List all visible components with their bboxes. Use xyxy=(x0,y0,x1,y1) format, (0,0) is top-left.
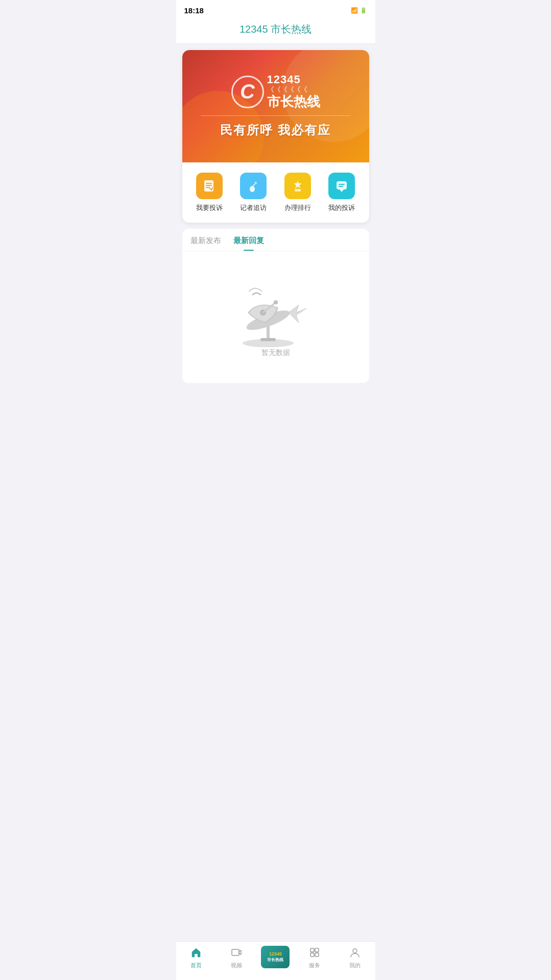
action-my-complaint[interactable]: 我的投诉 xyxy=(328,173,355,212)
svg-rect-21 xyxy=(310,948,314,952)
nav-video-label: 视频 xyxy=(231,962,242,969)
action-my-complaint-label: 我的投诉 xyxy=(328,203,355,212)
action-complaint[interactable]: 我要投诉 xyxy=(196,173,223,212)
battery-icon: 🔋 xyxy=(360,7,367,14)
nav-service[interactable]: 服务 xyxy=(299,947,330,969)
svg-rect-23 xyxy=(310,953,314,957)
svg-rect-24 xyxy=(315,953,319,957)
logo-arrows: 《《《《《《 xyxy=(267,85,320,94)
tab-latest-reply[interactable]: 最新回复 xyxy=(233,236,264,251)
action-ranking-label: 办理排行 xyxy=(284,203,311,212)
main-content: 12345 《《《《《《 市长热线 民有所呼 我必有应 xyxy=(176,44,375,424)
status-bar: 18:18 📶 🔋 xyxy=(176,0,375,18)
center-logo-number: 12345 xyxy=(267,951,283,958)
nav-service-label: 服务 xyxy=(309,962,320,969)
svg-rect-7 xyxy=(295,189,301,192)
mine-icon xyxy=(349,947,361,960)
wifi-icon: 📶 xyxy=(351,7,358,14)
video-icon xyxy=(231,947,242,960)
empty-text: 暂无数据 xyxy=(261,348,290,357)
nav-home[interactable]: 首页 xyxy=(181,947,211,969)
svg-marker-9 xyxy=(340,189,344,192)
svg-rect-14 xyxy=(260,338,276,341)
nav-video[interactable]: 视频 xyxy=(221,947,252,969)
center-logo-button[interactable]: 12345 市长热线 xyxy=(261,946,290,968)
banner-slogan: 民有所呼 我必有应 xyxy=(220,122,331,138)
action-reporter-label: 记者追访 xyxy=(240,203,267,212)
status-time: 18:18 xyxy=(184,6,204,15)
svg-point-4 xyxy=(250,186,255,192)
svg-rect-8 xyxy=(337,181,347,189)
banner-logo: 12345 《《《《《《 市长热线 xyxy=(231,74,320,109)
svg-point-25 xyxy=(353,949,357,953)
reporter-icon xyxy=(240,173,267,199)
tabs-section: 最新发布 最新回复 xyxy=(182,229,369,383)
center-logo-subtitle: 市长热线 xyxy=(267,958,283,963)
svg-rect-19 xyxy=(195,954,197,957)
page-title: 12345 市长热线 xyxy=(239,23,312,35)
action-reporter[interactable]: 记者追访 xyxy=(240,173,267,212)
tabs-header: 最新发布 最新回复 xyxy=(182,229,369,251)
action-ranking[interactable]: 办理排行 xyxy=(284,173,311,212)
hero-banner: 12345 《《《《《《 市长热线 民有所呼 我必有应 xyxy=(182,50,369,162)
complaint-icon xyxy=(196,173,223,199)
nav-center-logo[interactable]: 12345 市长热线 xyxy=(261,946,290,970)
nav-home-label: 首页 xyxy=(190,962,202,969)
home-icon xyxy=(190,947,202,960)
app-header: 12345 市长热线 xyxy=(176,18,375,44)
svg-rect-22 xyxy=(315,948,319,952)
logo-number: 12345 xyxy=(267,74,320,85)
nav-mine-label: 我的 xyxy=(349,962,361,969)
svg-point-18 xyxy=(274,300,278,304)
logo-subtitle: 市长热线 xyxy=(267,94,320,109)
logo-circle-icon xyxy=(231,76,264,108)
quick-actions-grid: 我要投诉 记者追访 xyxy=(182,162,369,223)
banner-divider xyxy=(201,115,350,116)
tab-latest-publish[interactable]: 最新发布 xyxy=(190,236,221,251)
nav-mine[interactable]: 我的 xyxy=(340,947,370,969)
status-icons: 📶 🔋 xyxy=(351,7,367,14)
action-complaint-label: 我要投诉 xyxy=(196,203,223,212)
ranking-icon xyxy=(284,173,311,199)
satellite-illustration xyxy=(230,272,322,348)
my-complaint-icon xyxy=(328,173,355,199)
bottom-navigation: 首页 视频 12345 市长热线 服务 xyxy=(176,941,375,980)
main-card: 12345 《《《《《《 市长热线 民有所呼 我必有应 xyxy=(182,50,369,223)
service-icon xyxy=(309,947,320,960)
empty-state: 暂无数据 xyxy=(182,251,369,383)
logo-text: 12345 《《《《《《 市长热线 xyxy=(267,74,320,109)
svg-rect-20 xyxy=(232,949,239,955)
